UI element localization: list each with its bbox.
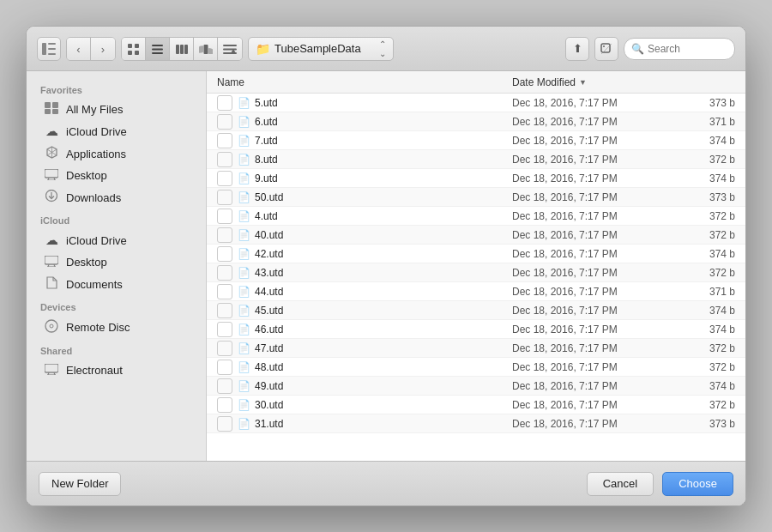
sidebar-item-remote-disc[interactable]: Remote Disc [30, 316, 202, 339]
sidebar-item-icloud-drive[interactable]: ☁ iCloud Drive [30, 229, 202, 251]
table-row[interactable]: 📄 44.utd Dec 18, 2016, 7:17 PM 371 b [207, 282, 745, 301]
sidebar-item-label: Applications [66, 148, 126, 160]
file-checkbox[interactable] [217, 341, 232, 356]
file-size: 374 b [684, 323, 735, 336]
downloads-icon [44, 190, 59, 205]
file-checkbox[interactable] [217, 152, 232, 167]
sidebar-item-documents[interactable]: Documents [30, 273, 202, 295]
file-checkbox[interactable] [217, 227, 232, 243]
table-row[interactable]: 📄 45.utd Dec 18, 2016, 7:17 PM 374 b [207, 301, 745, 320]
svg-rect-10 [152, 52, 163, 54]
forward-button[interactable]: › [91, 38, 115, 61]
file-checkbox[interactable] [217, 265, 232, 281]
file-checkbox[interactable] [217, 322, 232, 337]
file-name: 6.utd [255, 116, 512, 128]
table-row[interactable]: 📄 43.utd Dec 18, 2016, 7:17 PM 372 b [207, 263, 745, 282]
file-date: Dec 18, 2016, 7:17 PM [512, 135, 684, 147]
sidebar-toggle-button[interactable] [37, 37, 61, 61]
new-folder-button[interactable]: New Folder [39, 472, 121, 496]
devices-section-label: Devices [27, 295, 206, 316]
file-name: 30.utd [255, 399, 512, 411]
desktop-icon [44, 255, 59, 269]
view-coverflow-button[interactable] [194, 38, 218, 61]
table-row[interactable]: 📄 5.utd Dec 18, 2016, 7:17 PM 373 b [207, 94, 745, 112]
file-icon: 📄 [238, 135, 250, 147]
cancel-button[interactable]: Cancel [587, 472, 654, 496]
file-checkbox[interactable] [217, 190, 232, 205]
file-icon: 📄 [238, 267, 250, 279]
sidebar-item-desktop-fav[interactable]: Desktop [30, 165, 202, 186]
file-size: 372 b [684, 342, 735, 354]
table-row[interactable]: 📄 42.utd Dec 18, 2016, 7:17 PM 374 b [207, 245, 745, 263]
file-list: 📄 5.utd Dec 18, 2016, 7:17 PM 373 b 📄 6.… [207, 94, 745, 461]
sidebar-item-applications[interactable]: Applications [30, 142, 202, 165]
file-icon: 📄 [238, 361, 250, 373]
sidebar-item-all-my-files[interactable]: All My Files [30, 99, 202, 120]
table-row[interactable]: 📄 4.utd Dec 18, 2016, 7:17 PM 372 b [207, 207, 745, 226]
table-row[interactable]: 📄 40.utd Dec 18, 2016, 7:17 PM 372 b [207, 226, 745, 245]
file-icon: 📄 [238, 418, 250, 430]
file-size: 374 b [684, 305, 735, 317]
file-checkbox[interactable] [217, 209, 232, 224]
search-box[interactable]: 🔍 [624, 38, 735, 60]
table-row[interactable]: 📄 48.utd Dec 18, 2016, 7:17 PM 372 b [207, 358, 745, 377]
table-row[interactable]: 📄 46.utd Dec 18, 2016, 7:17 PM 374 b [207, 320, 745, 339]
file-size: 373 b [684, 97, 735, 109]
view-columns-button[interactable] [170, 38, 194, 61]
file-area: Name Date Modified ▼ 📄 5.utd Dec 18, 201… [207, 71, 745, 461]
file-checkbox[interactable] [217, 303, 232, 318]
column-date[interactable]: Date Modified ▼ [512, 76, 684, 88]
documents-icon [44, 276, 59, 292]
file-date: Dec 18, 2016, 7:17 PM [512, 97, 684, 109]
file-checkbox[interactable] [217, 95, 232, 111]
file-checkbox[interactable] [217, 246, 232, 262]
file-checkbox[interactable] [217, 284, 232, 299]
svg-rect-0 [42, 43, 46, 55]
svg-point-22 [603, 45, 605, 47]
table-row[interactable]: 📄 31.utd Dec 18, 2016, 7:17 PM 373 b [207, 414, 745, 433]
table-row[interactable]: 📄 8.utd Dec 18, 2016, 7:17 PM 372 b [207, 150, 745, 169]
file-size: 372 b [684, 399, 735, 411]
sort-arrow-icon: ▼ [579, 78, 587, 87]
view-icons-button[interactable] [122, 38, 146, 61]
file-size: 373 b [684, 191, 735, 203]
file-checkbox[interactable] [217, 133, 232, 148]
view-list-button[interactable] [146, 38, 170, 61]
search-input[interactable] [648, 43, 727, 55]
tag-button[interactable] [594, 37, 618, 61]
table-row[interactable]: 📄 49.utd Dec 18, 2016, 7:17 PM 374 b [207, 377, 745, 396]
file-date: Dec 18, 2016, 7:17 PM [512, 418, 684, 430]
file-name: 8.utd [255, 154, 512, 166]
desktop-fav-icon [44, 168, 59, 183]
sidebar-item-label: Downloads [66, 191, 121, 204]
file-checkbox[interactable] [217, 114, 232, 130]
table-row[interactable]: 📄 6.utd Dec 18, 2016, 7:17 PM 371 b [207, 112, 745, 131]
file-checkbox[interactable] [217, 360, 232, 375]
file-name: 47.utd [255, 342, 512, 354]
sidebar-item-electronaut[interactable]: Electronaut [30, 360, 202, 381]
view-button-group [121, 37, 243, 61]
table-row[interactable]: 📄 9.utd Dec 18, 2016, 7:17 PM 374 b [207, 169, 745, 188]
sidebar-item-desktop[interactable]: Desktop [30, 251, 202, 273]
table-row[interactable]: 📄 47.utd Dec 18, 2016, 7:17 PM 372 b [207, 339, 745, 358]
column-name[interactable]: Name [217, 76, 512, 88]
file-name: 42.utd [255, 248, 512, 260]
view-arrange-button[interactable] [218, 38, 242, 61]
share-button[interactable]: ⬆ [565, 37, 589, 61]
sidebar-item-label: Documents [66, 278, 123, 291]
back-button[interactable]: ‹ [67, 38, 91, 61]
table-row[interactable]: 📄 30.utd Dec 18, 2016, 7:17 PM 372 b [207, 396, 745, 414]
table-row[interactable]: 📄 7.utd Dec 18, 2016, 7:17 PM 374 b [207, 131, 745, 150]
table-row[interactable]: 📄 50.utd Dec 18, 2016, 7:17 PM 373 b [207, 188, 745, 207]
file-checkbox[interactable] [217, 416, 232, 432]
sidebar-item-icloud-drive-fav[interactable]: ☁ iCloud Drive [30, 120, 202, 142]
file-checkbox[interactable] [217, 397, 232, 413]
sidebar-item-label: Electronaut [66, 364, 123, 377]
file-checkbox[interactable] [217, 378, 232, 394]
sidebar-item-downloads[interactable]: Downloads [30, 186, 202, 209]
folder-selector[interactable]: 📁 TubeSampleData ⌃⌄ [248, 37, 394, 61]
file-icon: 📄 [238, 191, 250, 203]
file-name: 50.utd [255, 191, 512, 203]
choose-button[interactable]: Choose [662, 472, 733, 496]
file-checkbox[interactable] [217, 171, 232, 186]
